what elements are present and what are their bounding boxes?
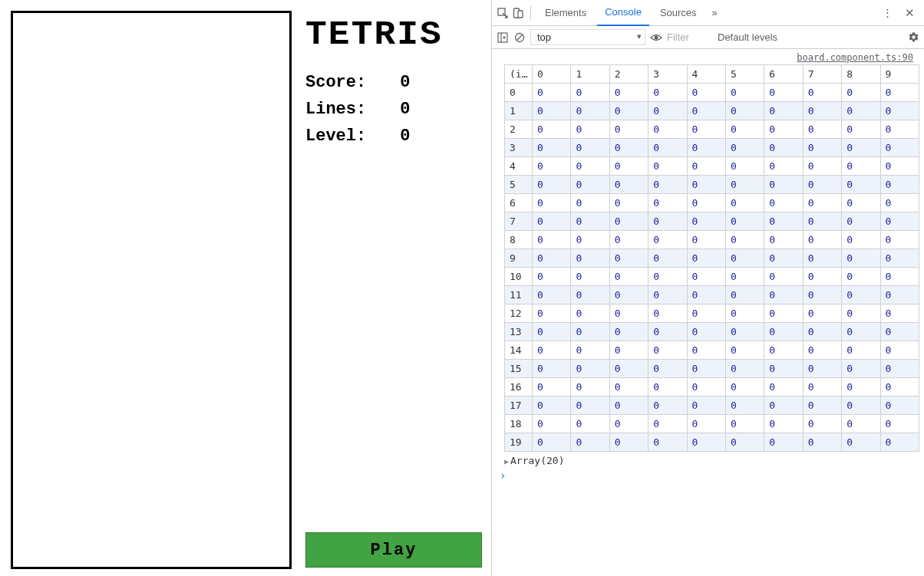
table-cell: 0: [533, 249, 571, 268]
table-cell: 0: [609, 176, 648, 194]
table-cell: 0: [725, 360, 764, 378]
source-link[interactable]: board.component.ts:90: [497, 52, 919, 63]
table-row: 140000000000: [505, 341, 919, 360]
table-header-col[interactable]: 9: [880, 65, 919, 84]
table-cell: 0: [725, 249, 764, 268]
table-row-index: 15: [505, 360, 533, 378]
table-header-col[interactable]: 0: [533, 65, 571, 84]
clear-console-icon[interactable]: [513, 31, 526, 44]
table-cell: 0: [533, 268, 571, 286]
table-cell: 0: [803, 397, 841, 415]
table-cell: 0: [571, 323, 609, 341]
table-cell: 0: [725, 212, 764, 231]
table-cell: 0: [764, 433, 803, 452]
table-cell: 0: [648, 231, 687, 249]
game-info: TETRIS Score: 0 Lines: 0 Level: 0: [305, 15, 490, 150]
score-value: 0: [400, 73, 410, 92]
table-cell: 0: [803, 249, 841, 268]
device-toggle-icon[interactable]: [512, 7, 524, 19]
console-table: (i… 0 1 2 3 4 5 6 7 8 9 0000000000010000…: [504, 64, 919, 452]
console-body: board.component.ts:90 (i… 0 1 2 3 4 5 6 …: [492, 49, 924, 488]
table-header-col[interactable]: 1: [571, 65, 609, 84]
lines-label: Lines:: [305, 96, 390, 123]
gear-icon[interactable]: [907, 31, 919, 44]
table-cell: 0: [648, 139, 687, 157]
table-cell: 0: [842, 84, 880, 102]
console-prompt[interactable]: ›: [497, 468, 919, 483]
table-cell: 0: [803, 194, 841, 212]
table-cell: 0: [571, 102, 609, 120]
table-cell: 0: [803, 360, 841, 378]
table-header-col[interactable]: 6: [764, 65, 803, 84]
table-cell: 0: [609, 433, 648, 452]
table-header-col[interactable]: 5: [725, 65, 764, 84]
inspect-icon[interactable]: [497, 7, 509, 19]
table-header-col[interactable]: 3: [648, 65, 687, 84]
table-cell: 0: [880, 176, 919, 194]
table-cell: 0: [880, 120, 919, 139]
close-icon[interactable]: ✕: [900, 6, 919, 20]
table-cell: 0: [880, 157, 919, 176]
table-row: 60000000000: [505, 194, 919, 212]
filter-input[interactable]: Filter: [667, 31, 713, 44]
table-cell: 0: [842, 415, 880, 433]
table-cell: 0: [533, 433, 571, 452]
array-summary[interactable]: ▶Array(20): [497, 452, 919, 468]
table-cell: 0: [571, 433, 609, 452]
table-cell: 0: [725, 286, 764, 304]
table-cell: 0: [687, 102, 725, 120]
tab-more[interactable]: »: [708, 1, 722, 25]
log-levels-selector[interactable]: Default levels: [718, 31, 787, 43]
table-row: 150000000000: [505, 360, 919, 378]
table-cell: 0: [880, 397, 919, 415]
table-header-col[interactable]: 2: [609, 65, 648, 84]
game-title: TETRIS: [305, 15, 499, 54]
console-sidebar-toggle-icon[interactable]: [497, 31, 509, 44]
table-cell: 0: [687, 120, 725, 139]
table-cell: 0: [687, 397, 725, 415]
tab-console[interactable]: Console: [597, 0, 649, 26]
table-cell: 0: [764, 84, 803, 102]
live-expression-icon[interactable]: [650, 31, 662, 44]
table-cell: 0: [803, 212, 841, 231]
table-cell: 0: [571, 268, 609, 286]
table-row-index: 3: [505, 139, 533, 157]
table-cell: 0: [609, 157, 648, 176]
context-selector[interactable]: top: [530, 29, 645, 45]
table-header-index[interactable]: (i…: [505, 65, 533, 84]
table-cell: 0: [880, 268, 919, 286]
table-row-index: 8: [505, 231, 533, 249]
level-label: Level:: [305, 123, 390, 150]
table-cell: 0: [648, 249, 687, 268]
table-cell: 0: [725, 231, 764, 249]
table-cell: 0: [725, 415, 764, 433]
table-cell: 0: [803, 341, 841, 360]
table-cell: 0: [687, 378, 725, 397]
kebab-menu-icon[interactable]: ⋮: [878, 7, 897, 18]
table-cell: 0: [803, 84, 841, 102]
table-cell: 0: [842, 433, 880, 452]
table-header-col[interactable]: 8: [842, 65, 880, 84]
table-header-col[interactable]: 7: [803, 65, 841, 84]
table-cell: 0: [803, 268, 841, 286]
tab-elements[interactable]: Elements: [537, 0, 594, 26]
play-button[interactable]: Play: [305, 532, 482, 568]
table-cell: 0: [609, 212, 648, 231]
table-row: 00000000000: [505, 84, 919, 102]
table-header-col[interactable]: 4: [687, 65, 725, 84]
table-cell: 0: [648, 194, 687, 212]
table-row-index: 12: [505, 304, 533, 323]
table-cell: 0: [609, 249, 648, 268]
table-cell: 0: [687, 176, 725, 194]
expand-triangle-icon[interactable]: ▶: [504, 457, 509, 466]
tab-sources[interactable]: Sources: [652, 0, 705, 26]
table-cell: 0: [880, 286, 919, 304]
level-value: 0: [400, 127, 410, 146]
table-cell: 0: [764, 286, 803, 304]
table-row-index: 13: [505, 323, 533, 341]
devtools-panel: Elements Console Sources » ⋮ ✕ top Filte…: [491, 0, 924, 576]
table-cell: 0: [842, 378, 880, 397]
table-row: 110000000000: [505, 286, 919, 304]
table-cell: 0: [533, 304, 571, 323]
table-cell: 0: [533, 212, 571, 231]
